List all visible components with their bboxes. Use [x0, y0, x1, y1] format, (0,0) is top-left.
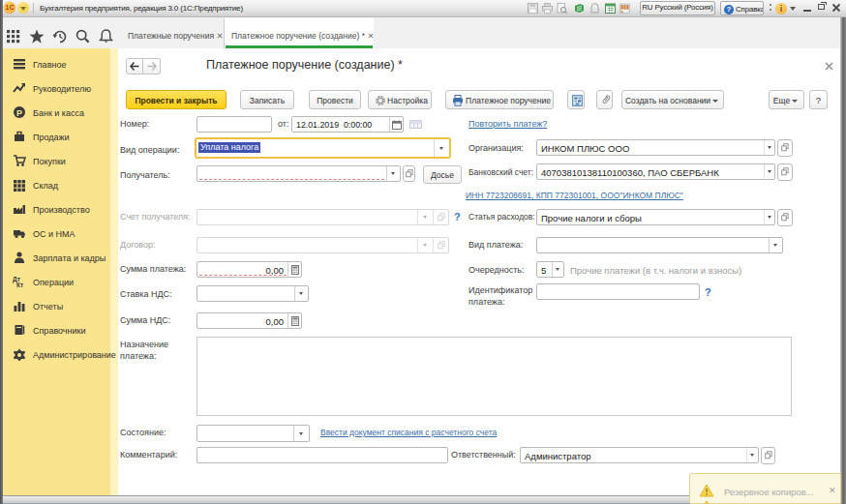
svg-text:P: P — [16, 108, 22, 118]
svg-text:Кт: Кт — [16, 282, 23, 288]
